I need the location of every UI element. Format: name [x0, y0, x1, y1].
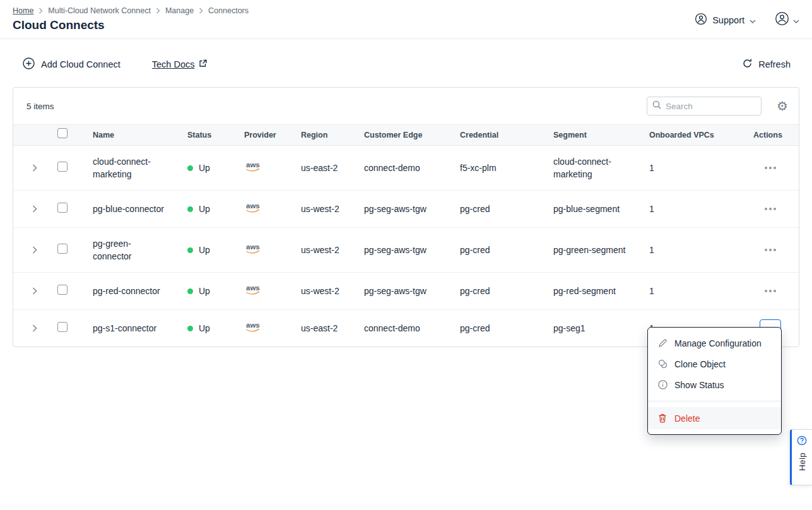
- add-cloud-connect-label: Add Cloud Connect: [41, 59, 121, 69]
- svg-text:aws: aws: [246, 243, 260, 251]
- aws-provider-icon: aws: [240, 201, 297, 217]
- column-header-status[interactable]: Status: [184, 129, 240, 141]
- chevron-right-icon: [38, 8, 43, 14]
- add-cloud-connect-button[interactable]: Add Cloud Connect: [23, 57, 121, 71]
- row-region: us-west-2: [297, 244, 360, 256]
- row-actions-ellipsis-button[interactable]: [760, 200, 781, 218]
- table-row: pg-blue-connector Up aws us-west-2 pg-se…: [13, 191, 799, 228]
- row-actions-ellipsis-button[interactable]: [760, 282, 781, 300]
- column-header-name[interactable]: Name: [89, 129, 184, 141]
- row-checkbox[interactable]: [57, 244, 68, 254]
- breadcrumb: Home Multi-Cloud Network Connect Manage …: [13, 6, 798, 15]
- support-icon: [695, 13, 707, 27]
- search-input[interactable]: [666, 102, 748, 111]
- row-actions-ellipsis-button[interactable]: [760, 241, 781, 259]
- row-credential: f5-xc-plm: [456, 162, 550, 174]
- svg-text:aws: aws: [246, 321, 260, 329]
- refresh-icon: [742, 58, 753, 71]
- refresh-label: Refresh: [758, 59, 791, 69]
- menu-item-show-status[interactable]: Show Status: [648, 374, 781, 395]
- plus-circle-icon: [23, 57, 35, 71]
- breadcrumb-home[interactable]: Home: [13, 6, 33, 15]
- svg-text:aws: aws: [246, 202, 260, 210]
- row-segment: pg-seg1: [550, 322, 645, 335]
- table-settings-gear-icon[interactable]: ⚙: [775, 98, 789, 114]
- row-checkbox[interactable]: [57, 203, 68, 213]
- search-icon: [652, 100, 661, 112]
- row-name: cloud-connect-marketing: [89, 155, 184, 181]
- aws-provider-icon: aws: [240, 283, 297, 299]
- help-tab[interactable]: Help: [790, 429, 812, 485]
- tech-docs-label: Tech Docs: [152, 59, 195, 69]
- row-credential: pg-cred: [456, 244, 550, 256]
- column-header-onboarded-vpcs[interactable]: Onboarded VPCs: [645, 129, 750, 141]
- row-status: Up: [184, 203, 240, 215]
- status-up-dot: [187, 206, 193, 212]
- row-checkbox[interactable]: [57, 285, 68, 295]
- avatar: [775, 11, 789, 28]
- aws-provider-icon: aws: [240, 242, 297, 258]
- row-status: Up: [184, 162, 240, 174]
- row-status: Up: [184, 322, 240, 335]
- aws-provider-icon: aws: [240, 160, 297, 176]
- row-onboarded-vpcs: 1: [645, 162, 750, 174]
- breadcrumb-item[interactable]: Manage: [165, 6, 194, 15]
- row-expand-chevron-icon[interactable]: [31, 286, 38, 296]
- page-toolbar: Add Cloud Connect Tech Docs Refresh: [23, 53, 791, 76]
- status-up-dot: [187, 165, 193, 171]
- menu-item-clone-object[interactable]: Clone Object: [648, 353, 781, 374]
- items-count: 5 items: [26, 102, 54, 111]
- column-header-customer-edge[interactable]: Customer Edge: [360, 129, 456, 141]
- chevron-down-icon: [793, 15, 799, 26]
- row-customer-edge: pg-seg-aws-tgw: [360, 203, 456, 215]
- external-link-icon: [199, 59, 207, 69]
- table-row: pg-green-connector Up aws us-west-2 pg-s…: [13, 228, 799, 273]
- clone-icon: [657, 359, 668, 369]
- column-header-provider[interactable]: Provider: [240, 129, 297, 141]
- row-customer-edge: pg-seg-aws-tgw: [360, 244, 456, 256]
- tech-docs-link[interactable]: Tech Docs: [152, 59, 208, 69]
- status-up-dot: [187, 326, 193, 331]
- menu-item-manage-configuration[interactable]: Manage Configuration: [648, 333, 781, 353]
- refresh-button[interactable]: Refresh: [742, 58, 791, 71]
- breadcrumb-item[interactable]: Connectors: [208, 6, 249, 15]
- cloud-connects-page: Home Multi-Cloud Network Connect Manage …: [0, 0, 812, 510]
- row-name: pg-red-connector: [89, 285, 184, 297]
- user-menu[interactable]: [775, 11, 799, 28]
- table-header-row: Name Status Provider Region Customer Edg…: [13, 124, 799, 146]
- column-header-region[interactable]: Region: [297, 129, 360, 141]
- breadcrumb-item[interactable]: Multi-Cloud Network Connect: [48, 6, 151, 15]
- row-segment: pg-blue-segment: [550, 203, 645, 215]
- table-search: [647, 97, 762, 116]
- header-actions: Support: [695, 11, 799, 28]
- select-all-checkbox[interactable]: [57, 128, 68, 138]
- chevron-right-icon: [199, 8, 203, 14]
- row-expand-chevron-icon[interactable]: [31, 163, 38, 173]
- row-actions-context-menu: Manage Configuration Clone Object Show S…: [647, 327, 782, 435]
- row-name: pg-s1-connector: [89, 322, 184, 335]
- row-customer-edge: connect-demo: [360, 162, 456, 174]
- row-credential: pg-cred: [456, 285, 550, 297]
- row-expand-chevron-icon[interactable]: [31, 204, 38, 214]
- svg-text:aws: aws: [246, 161, 260, 169]
- support-menu[interactable]: Support: [695, 13, 756, 27]
- svg-text:aws: aws: [246, 284, 260, 292]
- row-customer-edge: connect-demo: [360, 322, 456, 335]
- row-checkbox[interactable]: [57, 162, 68, 172]
- menu-item-label: Manage Configuration: [674, 338, 762, 348]
- row-segment: pg-green-segment: [550, 244, 645, 256]
- row-status: Up: [184, 285, 240, 297]
- column-header-credential[interactable]: Credential: [456, 129, 550, 141]
- row-actions-ellipsis-button[interactable]: [760, 159, 781, 177]
- row-expand-chevron-icon[interactable]: [31, 323, 38, 333]
- row-region: us-east-2: [297, 322, 360, 335]
- menu-item-delete[interactable]: Delete: [648, 407, 781, 429]
- row-expand-chevron-icon[interactable]: [31, 245, 38, 255]
- row-checkbox[interactable]: [57, 322, 68, 332]
- row-onboarded-vpcs: 1: [645, 244, 750, 256]
- status-up-dot: [187, 247, 193, 253]
- column-header-segment[interactable]: Segment: [550, 129, 645, 141]
- row-onboarded-vpcs: 1: [645, 285, 750, 297]
- page-title: Cloud Connects: [13, 18, 798, 32]
- menu-divider: [648, 401, 781, 401]
